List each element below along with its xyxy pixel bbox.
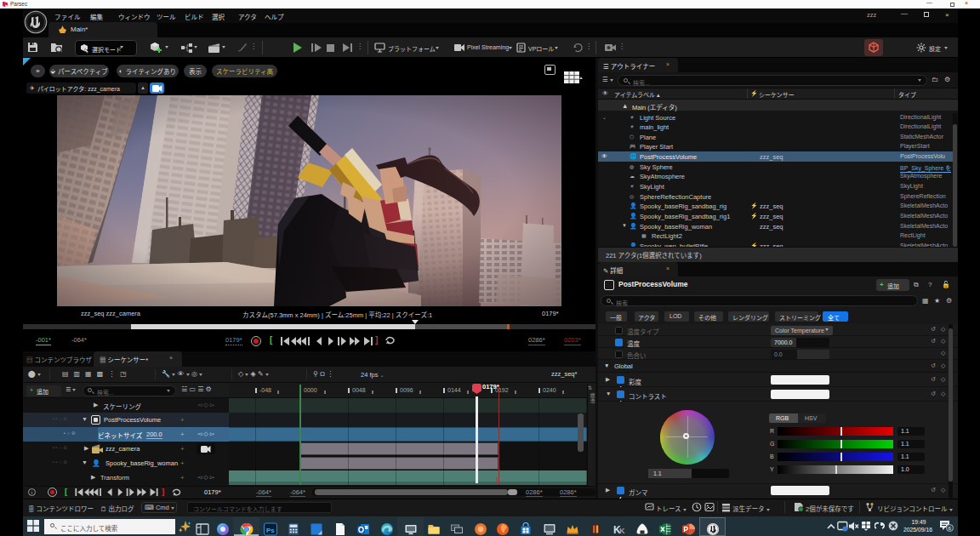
svg-text:K: K	[619, 527, 625, 535]
svg-text:Ps: Ps	[266, 527, 275, 534]
